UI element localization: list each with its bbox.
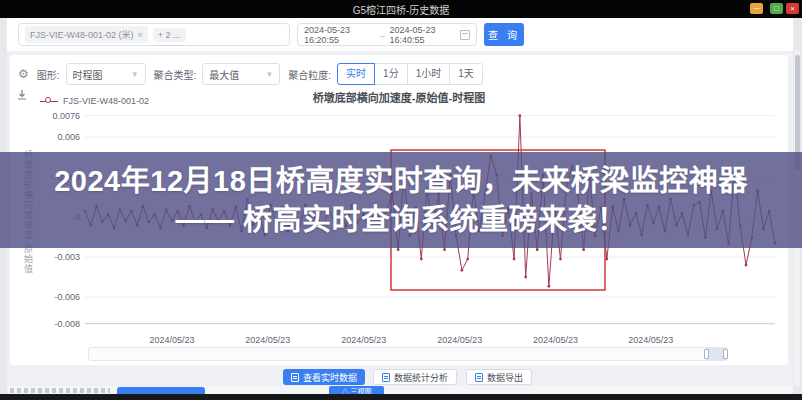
export-icon [475,373,483,382]
button-label: 数据导出 [487,371,523,384]
document-icon [291,373,299,382]
partial-text [10,388,110,393]
device-tag[interactable]: FJS-VIE-W48-001-02 (米) × [25,26,148,43]
x-tick-label: 2024/05/23 [616,335,686,345]
date-end: 2024-05-23 16:40:55 [390,25,461,45]
promo-banner-overlay: 2024年12月18日桥高度实时查询，未来桥梁监控神器 —— 桥高实时查询系统重… [0,152,802,248]
y-tick-label: 0.0076 [18,111,80,121]
x-tick-label: 2024/05/23 [137,335,207,345]
x-tick-label: 2024/05/23 [521,335,591,345]
title-bar: G5榕江四桥-历史数据 ─ □ × [0,0,802,18]
window-title: G5榕江四桥-历史数据 [0,2,802,17]
datazoom-handle-right[interactable] [723,349,728,359]
view-realtime-data-button[interactable]: 查看实时数据 [283,369,365,385]
taskbar [0,394,802,400]
date-arrow-icon: → [378,30,387,40]
banner-line-1: 2024年12月18日桥高度实时查询，未来桥梁监控神器 [0,161,802,201]
device-more-tag[interactable]: + 2 ... [153,28,186,42]
maximize-button[interactable]: □ [770,3,783,14]
data-export-button[interactable]: 数据导出 [466,369,532,385]
y-tick-label: -0.003 [18,252,80,262]
y-tick-label: 0.006 [18,132,80,142]
y-tick-label: -0.008 [18,319,80,329]
datazoom-slider[interactable] [88,347,728,361]
device-tag-label: FJS-VIE-W48-001-02 (米) [30,28,134,41]
app-window: G5榕江四桥-历史数据 ─ □ × FJS-VIE-W48-001-02 (米)… [0,0,802,400]
minimize-button[interactable]: ─ [750,3,763,14]
x-tick-label: 2024/05/23 [329,335,399,345]
y-tick-label: -0.006 [18,292,80,302]
datazoom-handle-left[interactable] [704,349,709,359]
date-start: 2024-05-23 16:20:55 [304,25,375,45]
device-multiselect[interactable]: FJS-VIE-W48-001-02 (米) × + 2 ... [18,23,290,46]
banner-line-2: —— 桥高实时查询系统重磅来袭！ [0,201,802,239]
x-tick-label: 2024/05/23 [425,335,495,345]
date-range-picker[interactable]: 2024-05-23 16:20:55 → 2024-05-23 16:40:5… [297,23,477,46]
tag-close-icon[interactable]: × [138,30,143,40]
button-label: 查看实时数据 [303,371,357,384]
button-label: 数据统计分析 [394,371,448,384]
data-statistics-button[interactable]: 数据统计分析 [373,369,457,385]
calendar-icon [460,30,470,40]
close-button[interactable]: × [786,3,799,14]
chart-icon [382,373,390,382]
granularity-option[interactable]: 实时 [337,63,375,85]
x-tick-label: 2024/05/23 [233,335,303,345]
query-button[interactable]: 查 询 [484,23,524,46]
filter-row: FJS-VIE-W48-001-02 (米) × + 2 ... 2024-05… [7,18,793,51]
